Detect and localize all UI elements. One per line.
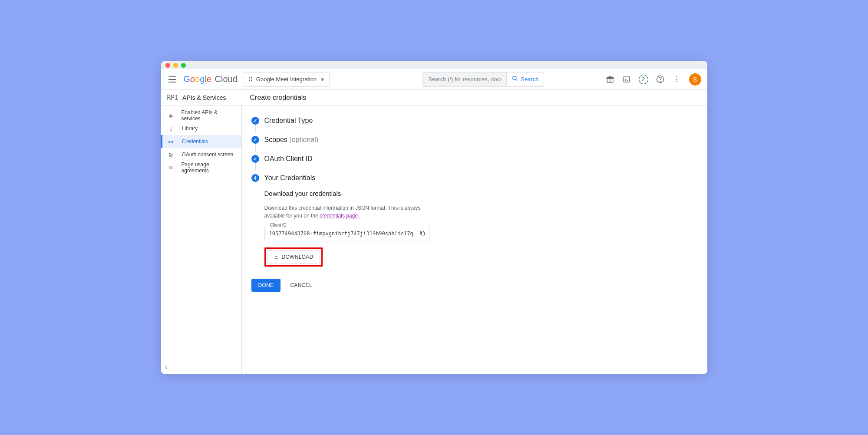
check-icon: ✓ bbox=[251, 117, 259, 125]
gift-icon[interactable] bbox=[606, 75, 614, 84]
sidebar-item-enabled-apis[interactable]: ◈ Enabled APIs & services bbox=[161, 109, 241, 122]
step-title: Credential Type bbox=[264, 117, 313, 125]
project-selector[interactable]: ⠿ Google Meet Integration ▼ bbox=[244, 72, 330, 87]
project-dots-icon: ⠿ bbox=[248, 76, 253, 83]
cancel-button[interactable]: CANCEL bbox=[286, 279, 316, 292]
client-id-field: Client ID 1057749443708-fimpvgnihctj747j… bbox=[264, 226, 429, 241]
step-title: Scopes bbox=[264, 136, 287, 143]
copy-icon[interactable] bbox=[419, 230, 426, 237]
step-optional: (optional) bbox=[289, 136, 318, 143]
credentials-page-link[interactable]: credentials page bbox=[320, 213, 358, 219]
notification-count: 2 bbox=[642, 76, 645, 82]
chevron-down-icon: ▼ bbox=[320, 77, 325, 82]
step-connector bbox=[255, 163, 256, 171]
notification-badge[interactable]: 2 bbox=[639, 75, 648, 84]
avatar[interactable]: S bbox=[689, 73, 701, 86]
avatar-letter: S bbox=[693, 76, 697, 83]
collapse-sidebar-icon[interactable]: ‹ bbox=[165, 363, 168, 370]
svg-point-0 bbox=[513, 76, 516, 80]
step-connector bbox=[255, 144, 256, 152]
search-wrap: Search bbox=[422, 72, 544, 87]
search-input[interactable] bbox=[422, 72, 506, 87]
header-bar: Google Cloud ⠿ Google Meet Integration ▼… bbox=[161, 69, 707, 90]
download-button-label: DOWNLOAD bbox=[282, 254, 314, 260]
maximize-window-icon[interactable] bbox=[181, 63, 186, 68]
main-content: ✓ Credential Type ✓ Scopes (optional) ✓ … bbox=[242, 105, 707, 374]
page-title-text: Create credentials bbox=[250, 94, 307, 102]
body: ◈ Enabled APIs & services 𓃑 Library ⊶ Cr… bbox=[161, 105, 707, 374]
sidebar-item-library[interactable]: 𓃑 Library bbox=[161, 122, 241, 135]
client-id-value: 1057749443708-fimpvgnihctj747ji319b90shh… bbox=[269, 231, 414, 237]
window: Google Cloud ⠿ Google Meet Integration ▼… bbox=[161, 61, 707, 374]
google-cloud-logo[interactable]: Google Cloud bbox=[184, 74, 238, 84]
step-number-icon: 4 bbox=[251, 174, 259, 182]
svg-rect-5 bbox=[624, 77, 630, 82]
key-icon: ⊶ bbox=[167, 138, 175, 145]
menu-icon[interactable] bbox=[167, 74, 178, 85]
check-icon: ✓ bbox=[251, 155, 259, 163]
library-icon: 𓃑 bbox=[167, 125, 175, 132]
search-button-label: Search bbox=[521, 76, 538, 82]
step-title: OAuth Client ID bbox=[264, 155, 313, 163]
download-icon bbox=[274, 254, 279, 260]
step-oauth-client-id[interactable]: ✓ OAuth Client ID bbox=[251, 155, 698, 163]
sidebar-item-label: Library bbox=[182, 125, 198, 132]
step-scopes[interactable]: ✓ Scopes (optional) bbox=[251, 136, 698, 144]
more-vert-icon[interactable]: ⋮ bbox=[673, 75, 681, 84]
step-title: Your Credentials bbox=[264, 174, 316, 182]
step-content: Download your credentials Download this … bbox=[264, 190, 429, 267]
svg-rect-9 bbox=[421, 232, 424, 235]
sidebar-item-label: OAuth consent screen bbox=[182, 152, 234, 158]
search-button[interactable]: Search bbox=[506, 72, 544, 87]
svg-point-8 bbox=[660, 81, 660, 82]
sidebar-item-page-usage[interactable]: ≋ Page usage agreements bbox=[161, 161, 241, 174]
client-id-label: Client ID bbox=[268, 223, 288, 227]
consent-icon: ⊵ bbox=[167, 152, 175, 158]
sidebar-item-label: Enabled APIs & services bbox=[182, 109, 235, 122]
section-label-text: APIs & Services bbox=[182, 94, 226, 101]
minimize-window-icon[interactable] bbox=[173, 63, 178, 68]
subheader: RPI APIs & Services Create credentials bbox=[161, 90, 707, 105]
step-credential-type[interactable]: ✓ Credential Type bbox=[251, 117, 698, 125]
section-label: RPI APIs & Services bbox=[161, 90, 242, 105]
cloud-shell-icon[interactable] bbox=[622, 75, 631, 84]
step-connector bbox=[255, 125, 256, 132]
sidebar-item-credentials[interactable]: ⊶ Credentials bbox=[161, 135, 241, 148]
section-heading: Download your credentials bbox=[264, 190, 429, 197]
sidebar-item-label: Credentials bbox=[182, 138, 208, 145]
svg-line-1 bbox=[516, 79, 517, 81]
highlight-annotation: DOWNLOAD bbox=[264, 247, 323, 267]
header-icons: 2 ⋮ S bbox=[606, 73, 701, 86]
agreement-icon: ≋ bbox=[167, 165, 175, 171]
diamond-icon: ◈ bbox=[167, 112, 175, 119]
logo-suffix: Cloud bbox=[215, 74, 238, 84]
sidebar-item-label: Page usage agreements bbox=[182, 161, 235, 174]
download-button[interactable]: DOWNLOAD bbox=[267, 250, 320, 264]
section-description: Download this credential information in … bbox=[264, 204, 429, 220]
search-icon bbox=[512, 76, 518, 83]
sidebar-item-oauth-consent[interactable]: ⊵ OAuth consent screen bbox=[161, 148, 241, 161]
sidebar: ◈ Enabled APIs & services 𓃑 Library ⊶ Cr… bbox=[161, 105, 242, 374]
page-title: Create credentials bbox=[242, 90, 707, 105]
help-icon[interactable] bbox=[656, 75, 665, 84]
check-icon: ✓ bbox=[251, 136, 259, 144]
close-window-icon[interactable] bbox=[165, 63, 170, 68]
project-name: Google Meet Integration bbox=[256, 76, 317, 82]
mac-titlebar bbox=[161, 61, 707, 69]
step-your-credentials: 4 Your Credentials bbox=[251, 174, 698, 182]
action-row: DONE CANCEL bbox=[251, 279, 698, 292]
api-icon: RPI bbox=[167, 94, 178, 102]
done-button[interactable]: DONE bbox=[251, 279, 281, 292]
